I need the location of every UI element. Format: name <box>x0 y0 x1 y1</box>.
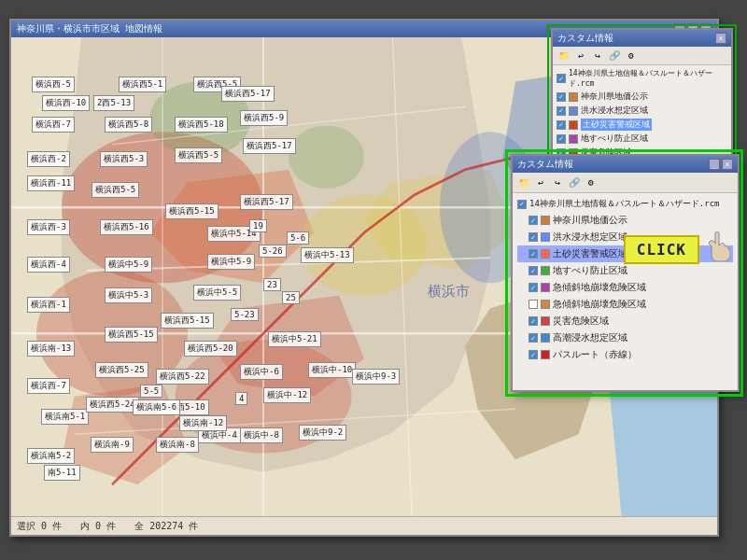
layer-item[interactable]: ✓ 洪水浸水想定区域 <box>557 104 727 118</box>
settings2-icon[interactable]: ⚙ <box>584 175 599 190</box>
layer-item[interactable]: ✓ 神奈川県地価公示 <box>557 90 727 104</box>
map-label: 4 <box>235 392 247 405</box>
svg-text:横浜市: 横浜市 <box>428 284 470 299</box>
cursor-icon <box>704 231 730 267</box>
map-label: 横浜中5-9 <box>207 254 255 270</box>
map-label: 横浜南-9 <box>91 437 134 453</box>
map-label: 横浜西5-17 <box>243 138 296 154</box>
undo-icon[interactable]: ↩ <box>573 49 588 63</box>
layer-child-item[interactable]: ✓ 急傾斜地崩壊危険区域 <box>517 279 733 296</box>
link-icon[interactable]: 🔗 <box>607 49 622 63</box>
undo-icon[interactable]: ↩ <box>533 175 548 190</box>
map-label: 19 <box>249 219 267 232</box>
map-label: 横浜西-11 <box>27 175 75 191</box>
map-label: 横浜西5-8 <box>105 117 152 133</box>
map-label: 横浜南-13 <box>27 341 75 357</box>
layer-checkbox[interactable]: ✓ <box>557 106 566 116</box>
layer-child-item[interactable]: 急傾斜地崩壊危険区域 <box>517 296 733 313</box>
map-label: 横浜西5-3 <box>100 151 148 167</box>
layer-checkbox[interactable]: ✓ <box>557 120 566 130</box>
layer-checkbox[interactable]: ✓ <box>529 216 538 225</box>
map-label: 横浜南-8 <box>156 437 199 453</box>
panel-main-close[interactable]: × <box>722 159 733 170</box>
map-label: 横浜西5-5 <box>175 147 222 163</box>
map-label: 横浜中-12 <box>263 387 311 403</box>
layer-checkbox[interactable]: ✓ <box>557 74 566 83</box>
window-title: 神奈川県・横浜市市区域 地図情報 <box>17 22 162 35</box>
settings-icon[interactable]: ⚙ <box>624 49 639 63</box>
map-label: 横浜南5-6 <box>133 399 180 415</box>
map-label: 横浜西5-17 <box>221 86 275 102</box>
map-label: 横浜西5-9 <box>240 110 288 126</box>
layer-checkbox[interactable]: ✓ <box>529 249 538 259</box>
layer-child-item[interactable]: ✓ 高潮浸水想定区域 <box>517 329 733 346</box>
status-selected: 選択 0 件 <box>17 520 62 533</box>
map-label: 横浜西5-22 <box>156 369 209 385</box>
map-label: 5-6 <box>287 231 309 245</box>
panel-main-toolbar: 📁 ↩ ↪ 🔗 ⚙ <box>513 173 738 193</box>
map-label: 横浜中-10 <box>308 362 356 378</box>
map-label: 横浜中5-13 <box>301 247 354 263</box>
panel-main-minimize[interactable]: _ <box>709 159 720 170</box>
layer-item[interactable]: ✓ 14神奈川県土地信報＆パスルート＆ハザード.rcm <box>557 67 727 90</box>
layer-checkbox[interactable]: ✓ <box>557 134 566 144</box>
map-label: 横浜南5-1 <box>41 409 89 425</box>
panel-main-content: ✓ 14神奈川県土地情報＆パスルート＆ハザード.rcm ✓ 神奈川県地価公示 ✓… <box>513 193 738 390</box>
click-indicator: CLICK <box>624 231 730 267</box>
map-label: 横浜西5-17 <box>240 194 293 210</box>
map-label: 23 <box>263 278 281 291</box>
map-label: 横浜西-7 <box>32 117 75 133</box>
map-label: 横浜中-8 <box>240 427 283 443</box>
map-label: 横浜西-1 <box>27 297 70 313</box>
layer-root-item[interactable]: ✓ 14神奈川県土地情報＆パスルート＆ハザード.rcm <box>517 196 733 212</box>
map-label: 横浜西5-15 <box>165 203 218 219</box>
map-label: 横浜西5-5 <box>92 182 139 198</box>
map-label: 横浜西5-18 <box>175 117 228 133</box>
layer-checkbox[interactable] <box>529 300 538 309</box>
map-label: 横浜西-4 <box>27 257 70 273</box>
map-label: 横浜西5-15 <box>105 327 158 343</box>
map-label: 横浜中5-9 <box>105 257 152 273</box>
layer-checkbox[interactable]: ✓ <box>529 266 538 275</box>
layer-checkbox[interactable]: ✓ <box>529 316 538 326</box>
svg-point-16 <box>289 126 364 189</box>
layer-checkbox[interactable]: ✓ <box>517 200 527 209</box>
layer-child-item[interactable]: ✓ 神奈川県地価公示 <box>517 212 733 229</box>
map-label: 横浜西5-24 <box>86 397 139 413</box>
map-label: 横浜西5-25 <box>95 362 148 378</box>
panel-bg-title: カスタム情報 × <box>553 30 731 47</box>
map-label: 5-26 <box>259 245 287 258</box>
folder-icon[interactable]: 📁 <box>557 49 571 63</box>
layer-checkbox[interactable]: ✓ <box>529 350 538 359</box>
layer-checkbox[interactable]: ✓ <box>557 92 566 102</box>
map-label: 横浜中5-5 <box>193 285 241 301</box>
map-label: 25 <box>282 291 300 304</box>
status-inside: 内 0 件 <box>80 520 116 533</box>
layer-child-item[interactable]: ✓ 災害危険区域 <box>517 313 733 329</box>
map-label: 横浜中5-21 <box>268 331 321 347</box>
layer-item[interactable]: ✓ 地すべり防止区域 <box>557 132 727 146</box>
layer-checkbox[interactable]: ✓ <box>529 333 538 343</box>
folder-open-icon[interactable]: 📁 <box>516 175 531 190</box>
link2-icon[interactable]: 🔗 <box>567 175 582 190</box>
map-label: 横浜西-7 <box>27 378 70 394</box>
layer-checkbox[interactable]: ✓ <box>529 283 538 292</box>
map-label: 横浜西5-1 <box>119 77 166 92</box>
panel-bg-close[interactable]: × <box>715 33 726 44</box>
map-label: 2西5-13 <box>93 95 134 111</box>
map-label: 横浜中-6 <box>240 364 283 380</box>
redo-icon[interactable]: ↪ <box>550 175 565 190</box>
map-label: 横浜中9-2 <box>299 425 346 441</box>
map-label: 5-5 <box>140 385 162 398</box>
redo-icon[interactable]: ↪ <box>590 49 605 63</box>
status-total: 全 202274 件 <box>134 520 198 533</box>
panel-bg-toolbar: 📁 ↩ ↪ 🔗 ⚙ <box>553 47 731 65</box>
layer-child-item[interactable]: ✓ パスルート（赤線） <box>517 346 733 363</box>
panel-main-title: カスタム情報 _ × <box>513 156 738 173</box>
layer-checkbox[interactable]: ✓ <box>529 232 538 242</box>
map-label: 横浜西5-20 <box>184 341 237 357</box>
custom-panel-main[interactable]: カスタム情報 _ × 📁 ↩ ↪ 🔗 ⚙ ✓ 14神奈川県土地情報＆パスルート＆… <box>511 154 740 392</box>
map-label: 横浜西5-15 <box>161 313 214 329</box>
map-label: 横浜西5-16 <box>100 219 153 235</box>
layer-item-highlighted[interactable]: ✓ 土砂災害警戒区域 <box>557 118 727 132</box>
